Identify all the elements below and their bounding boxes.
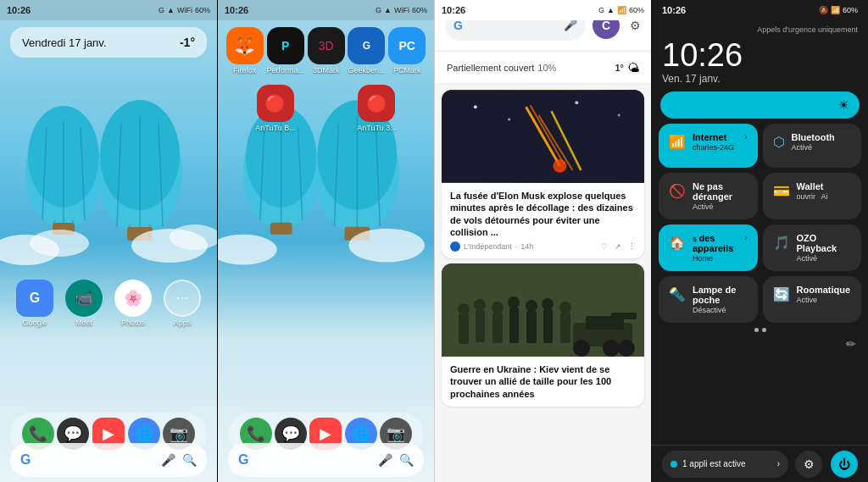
tile-info-internet: Internet charles-24G [693, 132, 734, 152]
tile-subtitle-dnd: Activé [693, 202, 748, 211]
tile-info-devices: s des appareils Home [693, 233, 737, 263]
tile-subtitle-devices: Home [693, 254, 737, 263]
panel-homescreen-left: 10:26 G ▲ WiFi 60% Vendredi 17 janv. -1°… [0, 0, 217, 482]
tile-dnd[interactable]: 🚫 Ne pas déranger Activé [659, 173, 758, 219]
tile-devices[interactable]: 🏠 s des appareils Home › [659, 224, 758, 271]
google-g-logo-2: G [238, 452, 248, 468]
lens-icon[interactable]: 🔍 [182, 453, 197, 467]
svg-rect-61 [611, 313, 637, 319]
tile-flashlight[interactable]: 🔦 Lampe de poche Désactivé [659, 276, 758, 323]
app-3dmark[interactable]: 3D 3DMark [308, 27, 345, 75]
status-time-2: 10:26 [225, 5, 248, 15]
status-bar: 10:26 G ▲ WiFi 60% [0, 0, 217, 20]
battery-icon: 60% [195, 6, 210, 14]
active-dot [670, 461, 677, 468]
app-label-geekbench: Geekben... [348, 66, 385, 75]
app-photos[interactable]: 🌸 Photos [112, 280, 154, 327]
svg-point-33 [348, 229, 425, 263]
app-grid: G Google 📹 Meet 🌸 Photos ⋯ Apps [14, 280, 203, 327]
app-icon-pcmark: PC [388, 27, 426, 64]
search-bar[interactable]: G 🎤 🔍 [10, 443, 207, 477]
settings-btn[interactable]: ⚙ [795, 451, 822, 478]
svg-point-48 [474, 299, 486, 311]
tile-subtitle-flashlight: Désactivé [693, 306, 748, 314]
emergency-text: Appels d'urgence uniquement [757, 25, 858, 34]
tile-subtitle-ozo: Activé [797, 254, 852, 263]
app-label-firefox: Firefox [233, 66, 257, 75]
mic-icon-2[interactable]: 🎤 [378, 453, 392, 467]
tile-wallet[interactable]: 💳 Wallet ouvrir Ai [763, 173, 862, 219]
app-pcmark[interactable]: PC PCMark [388, 27, 426, 75]
internet-icon: 📶 [669, 134, 686, 150]
search-bar-2[interactable]: G 🎤 🔍 [228, 443, 424, 477]
app-icon-antutu1: 🔴 [257, 85, 294, 122]
app-apps[interactable]: ⋯ Apps [161, 280, 203, 327]
svg-rect-47 [476, 310, 485, 342]
tile-auto-rotate[interactable]: 🔄 Roomatique Active [763, 276, 862, 323]
tile-info-wallet: Wallet ouvrir Ai [797, 181, 828, 201]
svg-point-37 [575, 101, 578, 104]
app-performa[interactable]: P Performa... [267, 27, 305, 75]
app-meet[interactable]: 📹 Meet [63, 280, 105, 327]
active-app-text: 1 appli est active [682, 459, 746, 468]
tile-title-ozo: OZO Playback [797, 233, 852, 253]
google-g-logo: G [20, 452, 31, 468]
tile-title-bluetooth: Bluetooth [792, 132, 835, 142]
app-firefox[interactable]: 🦊 Firefox [226, 27, 264, 75]
more-icon-1[interactable]: ⋮ [628, 242, 636, 251]
tile-info-bluetooth: Bluetooth Activé [792, 132, 835, 152]
weather-condition: Partiellement couvert [447, 63, 534, 73]
notif-bottom-icons: ⚙ ⏻ [795, 451, 858, 478]
app-geekbench[interactable]: G Geekben... [348, 27, 385, 75]
power-btn[interactable]: ⏻ [831, 451, 858, 478]
svg-point-58 [559, 302, 571, 313]
app-label-antutu2: AnTuTu 3... [357, 124, 396, 132]
tile-bluetooth[interactable]: ⬡ Bluetooth Activé [763, 124, 862, 168]
battery-icon-2: 60% [412, 6, 427, 14]
app-icon-antutu2: 🔴 [358, 85, 395, 122]
chevron-internet: › [744, 132, 747, 141]
app-label-antutu1: AnTuTu B... [255, 124, 295, 132]
svg-point-32 [218, 235, 277, 265]
feed-content: La fusée d'Elon Musk explose quelques mi… [435, 85, 651, 482]
source-separator-1: · [515, 242, 518, 251]
mic-icon[interactable]: 🎤 [161, 453, 175, 467]
lens-icon-2[interactable]: 🔍 [399, 453, 414, 467]
panel-homescreen-right: 10:26 G ▲ WiFi 60% 🦊 Firefox P Performa.… [217, 0, 434, 482]
article-elon-musk[interactable]: La fusée d'Elon Musk explose quelques mi… [442, 90, 644, 258]
weather-widget[interactable]: Vendredi 17 janv. -1° [10, 27, 207, 58]
tile-title-devices: s des appareils [693, 233, 737, 253]
dots-indicator [652, 323, 868, 337]
wallet-icon: 💳 [773, 183, 790, 199]
app-label-photos: Photos [121, 319, 145, 327]
panel-google-feed: 10:26 G ▲ 📶 60% G 🎤 C ⚙ Partiellement co… [434, 0, 651, 482]
status-icons-3: G ▲ 📶 60% [598, 6, 644, 14]
source-time-1: 14h [520, 242, 533, 251]
notif-date: Ven. 17 janv. [662, 73, 858, 85]
bluetooth-icon: ⬡ [773, 134, 785, 150]
brightness-slider[interactable]: ☀ [660, 91, 860, 119]
app-antutu1[interactable]: 🔴 AnTuTu B... [255, 85, 295, 132]
quick-tiles-grid: 📶 Internet charles-24G › ⬡ Bluetooth Act… [652, 124, 868, 323]
app-google[interactable]: G Google [14, 280, 56, 327]
svg-rect-55 [543, 309, 553, 343]
edit-icon[interactable]: ✏ [846, 337, 856, 351]
tile-ozo[interactable]: 🎵 OZO Playback Activé [763, 224, 862, 271]
svg-point-41 [553, 159, 566, 173]
article-ukraine[interactable]: Guerre en Ukraine : Kiev vient de se tro… [442, 263, 644, 407]
brightness-icon: ☀ [838, 98, 849, 112]
like-icon-1[interactable]: ♡ [601, 242, 608, 251]
tile-internet[interactable]: 📶 Internet charles-24G › [659, 124, 758, 168]
svg-rect-49 [492, 313, 503, 343]
app-antutu2[interactable]: 🔴 AnTuTu 3... [357, 85, 396, 132]
status-time-3: 10:26 [442, 5, 465, 15]
svg-rect-57 [560, 313, 570, 343]
weather-temp-feed: 1° [615, 63, 624, 73]
share-icon-1[interactable]: ↗ [615, 242, 621, 251]
mic-icon-feed[interactable]: 🎤 [564, 19, 577, 31]
app-icon-photos: 🌸 [114, 280, 152, 317]
dnd-icon: 🚫 [669, 183, 686, 199]
edit-container: ✏ [652, 337, 868, 354]
app-label-meet: Meet [75, 319, 92, 327]
active-app-pill[interactable]: 1 appli est active › [662, 451, 788, 478]
